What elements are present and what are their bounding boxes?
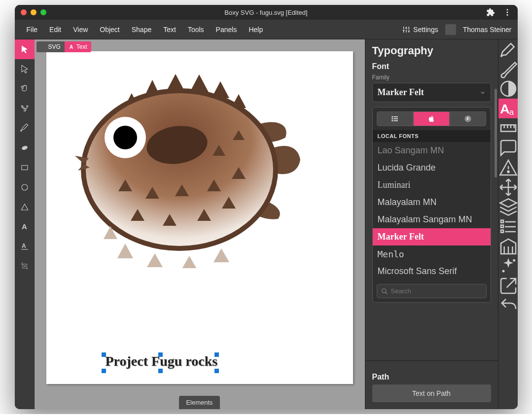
typography-panel: Typography Font Family Marker Felt F LOC… (365, 39, 498, 409)
brush-tool[interactable] (498, 59, 518, 79)
font-tab-list[interactable] (377, 111, 413, 126)
ellipse-tool[interactable] (15, 177, 35, 197)
font-item[interactable]: Microsoft Sans Serif (373, 263, 491, 280)
text-a-icon: A (69, 44, 74, 50)
svg-tag[interactable]: SVG (36, 41, 65, 52)
font-dropdown: F LOCAL FONTS Lao Sangam MN Lucida Grand… (372, 107, 491, 303)
menu-view[interactable]: View (67, 23, 94, 36)
export-tool[interactable] (498, 276, 518, 296)
menu-panels[interactable]: Panels (210, 23, 243, 36)
comment-tool[interactable] (498, 138, 518, 158)
font-tab-custom[interactable]: F (450, 111, 486, 126)
svg-text:F: F (467, 116, 470, 121)
svg-point-28 (392, 116, 392, 117)
sliders-icon (402, 26, 410, 34)
crop-tool[interactable] (15, 256, 35, 276)
spline-tool[interactable] (15, 99, 35, 118)
settings-button[interactable]: Settings (402, 26, 438, 34)
resize-handle-tm[interactable] (158, 352, 163, 357)
avatar[interactable] (445, 24, 456, 35)
menu-text[interactable]: Text (157, 23, 182, 36)
menu-edit[interactable]: Edit (43, 23, 67, 36)
svg-point-29 (392, 118, 392, 119)
path-section-title: Path (372, 373, 491, 382)
svg-text:A: A (22, 243, 26, 249)
undo-tool[interactable] (498, 296, 518, 315)
close-window[interactable] (21, 9, 27, 15)
typography-tool[interactable]: Aa (498, 99, 518, 118)
rectangle-tool[interactable] (15, 158, 35, 177)
menu-object[interactable]: Object (94, 23, 125, 36)
resize-handle-bl[interactable] (102, 369, 106, 373)
username[interactable]: Thomas Steiner (463, 26, 512, 34)
family-label: Family (372, 74, 491, 81)
more-icon[interactable] (503, 8, 512, 17)
resize-handle-br[interactable] (214, 369, 219, 373)
svg-rect-50 (501, 230, 503, 233)
properties-tool[interactable] (498, 217, 518, 237)
list-icon (391, 115, 399, 123)
sparkle-tool[interactable] (498, 256, 518, 276)
contrast-tool[interactable] (498, 79, 518, 99)
resize-handle-tl[interactable] (102, 352, 106, 357)
pan-tool[interactable] (15, 79, 35, 99)
font-tab-system[interactable] (413, 111, 450, 126)
minimize-window[interactable] (31, 9, 36, 15)
text-selection-handles (102, 352, 219, 373)
direct-select-tool[interactable] (15, 59, 35, 79)
svg-text:a: a (509, 107, 514, 117)
scrollbar-thumb[interactable] (495, 89, 497, 177)
chevron-down-icon (480, 90, 486, 96)
font-item[interactable]: Lao Sangam MN (373, 142, 491, 159)
extensions-icon[interactable] (486, 8, 495, 17)
triangle-tool[interactable] (15, 197, 35, 217)
pen-tool[interactable] (15, 118, 35, 138)
canvas[interactable]: Project Fugu rocks (46, 51, 353, 384)
font-item[interactable]: Malayalam MN (373, 194, 491, 211)
text-on-path-button[interactable]: Text on Path (372, 384, 491, 402)
elements-tab[interactable]: Elements (179, 396, 219, 409)
font-item[interactable]: Malayalam Sangam MN (373, 211, 491, 228)
resize-handle-bm[interactable] (158, 369, 163, 373)
menu-help[interactable]: Help (243, 23, 269, 36)
menubar: File Edit View Object Shape Text Tools P… (15, 20, 518, 39)
font-search[interactable] (377, 284, 487, 298)
text-tag[interactable]: A Text (65, 41, 91, 52)
svg-rect-49 (501, 225, 503, 228)
maximize-window[interactable] (40, 9, 46, 15)
font-item-selected[interactable]: Marker Felt (373, 228, 491, 245)
menu-file[interactable]: File (21, 23, 44, 36)
layers-tool[interactable] (498, 197, 518, 217)
font-search-input[interactable] (391, 287, 482, 295)
svg-point-14 (24, 110, 25, 111)
paint-tool[interactable] (498, 39, 518, 59)
menu-tools[interactable]: Tools (182, 23, 210, 36)
font-item[interactable]: Lucida Grande (373, 159, 491, 176)
text-tool[interactable]: A (15, 217, 35, 237)
svg-rect-48 (501, 220, 503, 223)
font-item[interactable]: Luminari (373, 176, 491, 194)
family-select[interactable]: Marker Felt (372, 83, 491, 102)
apple-icon (427, 115, 435, 123)
ruler-tool[interactable] (498, 118, 518, 138)
svg-point-17 (22, 184, 28, 190)
text-path-tool[interactable]: A (15, 237, 35, 256)
font-item[interactable]: Menlo (373, 245, 491, 263)
font-list[interactable]: Lao Sangam MN Lucida Grande Luminari Mal… (373, 142, 491, 280)
resize-handle-tr[interactable] (214, 352, 219, 357)
svg-point-21 (83, 91, 276, 248)
menu-shape[interactable]: Shape (126, 23, 157, 36)
fugu-illustration[interactable] (66, 61, 303, 268)
svg-point-54 (513, 259, 515, 262)
library-tool[interactable] (498, 237, 518, 256)
window-controls (21, 9, 46, 15)
svg-point-13 (26, 105, 28, 107)
svg-text:A: A (70, 44, 73, 50)
select-tool[interactable] (15, 39, 35, 59)
canvas-area[interactable]: SVG A Text (35, 39, 365, 409)
warning-tool[interactable] (498, 158, 518, 177)
blob-tool[interactable] (15, 138, 35, 158)
search-icon (381, 288, 388, 295)
move-tool[interactable] (498, 177, 518, 197)
right-toolbar: Aa (498, 39, 518, 409)
